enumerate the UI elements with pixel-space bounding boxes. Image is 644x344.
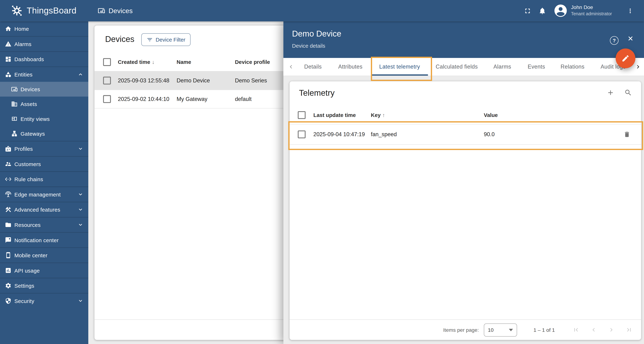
sidebar-item-devices[interactable]: Devices [0,82,88,97]
rule-chains-icon [5,176,12,183]
sidebar-item-edge-management[interactable]: Edge management [0,187,88,202]
security-shield-icon [5,297,12,304]
devices-panel-title: Devices [105,35,134,44]
top-app-bar: ThingsBoard Devices John Doe Tenant admi… [0,0,644,22]
sidebar-item-entity-views[interactable]: Entity views [0,111,88,126]
column-header-device-profile[interactable]: Device profile [235,59,270,65]
telemetry-actions [606,89,632,96]
sidebar-item-settings[interactable]: Settings [0,278,88,293]
fullscreen-icon[interactable] [520,3,535,18]
sidebar-item-api-usage[interactable]: API usage [0,263,88,278]
column-header-value[interactable]: Value [484,112,498,118]
sidebar-item-assets[interactable]: Assets [0,97,88,111]
tab-attributes[interactable]: Attributes [338,58,362,76]
select-all-checkbox[interactable] [103,58,111,66]
active-tab-underline [372,74,428,76]
entities-icon [5,71,12,78]
devices-table-card: Devices Device Filter Created time↓ Name… [94,26,288,340]
sort-asc-arrow-icon: ↑ [382,112,385,118]
edge-management-icon [5,191,12,198]
tab-scroll-left-icon[interactable] [288,63,294,70]
mobile-center-icon [5,252,12,258]
settings-gear-icon [5,282,12,289]
items-per-page-label: Items per page: [443,327,479,333]
tab-latest-telemetry[interactable]: Latest telemetry [379,58,420,76]
select-all-checkbox[interactable] [298,111,306,119]
sort-desc-arrow-icon: ↓ [152,59,154,65]
column-header-key[interactable]: Key↑ [371,112,385,118]
user-avatar[interactable] [555,5,567,17]
resources-icon [5,221,12,228]
tab-details[interactable]: Details [304,58,322,76]
column-header-last-update-time[interactable]: Last update time [313,112,356,118]
previous-page-icon[interactable] [590,326,597,333]
device-filter-button[interactable]: Device Filter [141,33,191,46]
chevron-down-icon [78,146,83,151]
next-page-icon[interactable] [608,326,615,333]
sidebar-item-customers[interactable]: Customers [0,156,88,171]
first-page-icon[interactable] [572,326,580,333]
tab-calculated-fields[interactable]: Calculated fields [436,58,478,76]
chevron-down-icon [78,222,83,227]
notifications-bell-icon[interactable] [535,3,550,18]
user-role: Tenant administrator [571,11,612,17]
topbar-actions: John Doe Tenant administrator [520,3,638,18]
tab-relations[interactable]: Relations [560,58,584,76]
row-checkbox[interactable] [103,95,111,103]
sidebar-item-resources[interactable]: Resources [0,217,88,232]
table-row-my-gateway[interactable]: 2025-09-02 10:44:10 My Gateway default [94,90,288,109]
telemetry-row-fan-speed[interactable]: 2025-09-04 10:47:19 fan_speed 90.0 [290,124,641,145]
chevron-down-icon [78,192,83,197]
sidebar-item-notification-center[interactable]: Notification center [0,232,88,248]
thingsboard-app: ThingsBoard Devices John Doe Tenant admi… [0,0,644,344]
assets-icon [11,101,18,107]
sidebar-item-alarms[interactable]: Alarms [0,36,88,52]
delete-telemetry-icon[interactable] [624,131,630,138]
sidebar-item-profiles[interactable]: Profiles [0,141,88,156]
column-header-name[interactable]: Name [176,59,191,65]
drawer-title: Demo Device [292,29,341,39]
sidebar-item-gateways[interactable]: Gateways [0,126,88,141]
tab-alarms[interactable]: Alarms [493,58,511,76]
sidebar-item-dashboards[interactable]: Dashboards [0,52,88,67]
user-info[interactable]: John Doe Tenant administrator [571,5,612,17]
drawer-tabs: Details Attributes Latest telemetry Calc… [283,58,644,76]
sidebar-item-advanced-features[interactable]: Advanced features [0,202,88,217]
brand-name: ThingsBoard [26,6,76,16]
sidebar-item-rule-chains[interactable]: Rule chains [0,171,88,187]
chevron-up-icon [78,72,83,77]
entity-views-icon [11,116,18,122]
page-size-select[interactable]: 10 [484,323,517,336]
chevron-down-icon [78,207,83,212]
table-footer-divider [94,319,288,320]
table-row-demo-device[interactable]: 2025-09-03 12:55:48 Demo Device Demo Ser… [94,71,288,90]
tab-scroll-right-icon[interactable] [634,63,642,70]
help-icon[interactable]: ? [610,36,618,45]
sidebar-item-mobile-center[interactable]: Mobile center [0,247,88,263]
search-icon[interactable] [624,89,632,96]
paginator: Items per page: 10 1 – 1 of 1 [290,319,641,340]
telemetry-card: Telemetry Last update time Key↑ Value [290,81,641,340]
sidebar-item-home[interactable]: Home [0,22,88,36]
row-checkbox[interactable] [298,130,306,138]
tab-events[interactable]: Events [528,58,545,76]
brand[interactable]: ThingsBoard [10,5,76,17]
profiles-icon [5,146,12,152]
dashboards-icon [5,56,12,63]
more-menu-icon[interactable] [622,3,637,18]
paginator-nav [572,326,632,333]
telemetry-title: Telemetry [299,88,334,98]
user-name: John Doe [571,5,612,11]
close-icon[interactable]: ✕ [628,35,634,42]
last-page-icon[interactable] [626,326,632,333]
edit-fab-button[interactable] [616,49,635,68]
column-header-created-time[interactable]: Created time↓ [118,59,154,65]
sidebar-item-entities[interactable]: Entities [0,67,88,82]
add-telemetry-icon[interactable] [606,89,614,96]
caret-down-icon [509,328,513,331]
pencil-icon [621,54,630,63]
sidebar-nav: Home Alarms Dashboards Entities Devices … [0,22,88,344]
notification-center-icon [5,237,12,243]
sidebar-item-security[interactable]: Security [0,293,88,308]
row-checkbox[interactable] [103,77,111,84]
